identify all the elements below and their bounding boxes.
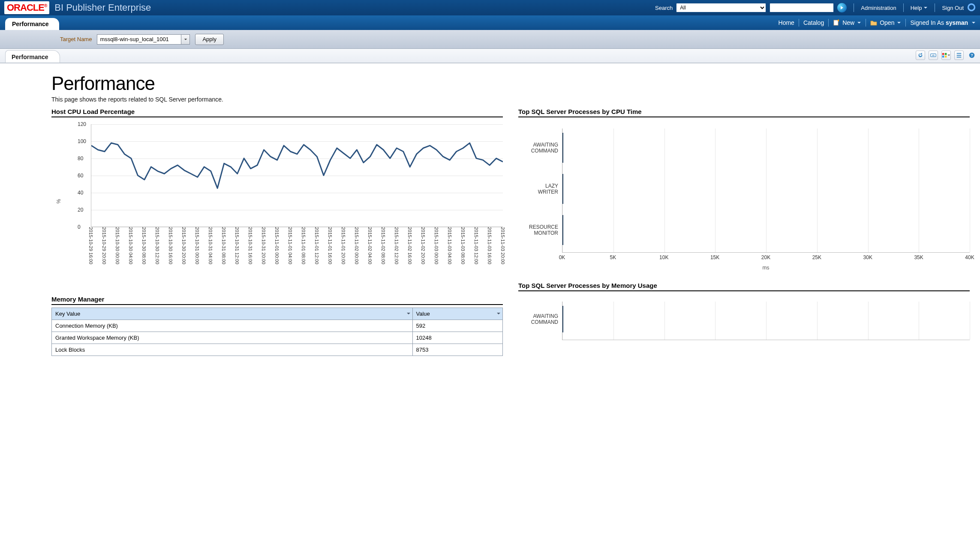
open-menu[interactable]: Open <box>870 19 901 26</box>
right-column: Top SQL Server Processes by CPU Time AWA… <box>518 105 970 356</box>
search-go-button[interactable] <box>837 3 847 12</box>
topmem-bar-chart: AWAITINGCOMMAND <box>518 302 970 340</box>
catalog-link[interactable]: Catalog <box>803 19 824 26</box>
topmem-title: Top SQL Server Processes by Memory Usage <box>518 282 970 291</box>
table-row: Connection Memory (KB)592 <box>52 320 503 332</box>
sort-icon <box>496 311 501 316</box>
target-name-input[interactable] <box>97 35 181 44</box>
apply-button[interactable]: Apply <box>195 34 224 45</box>
list-icon <box>956 52 962 58</box>
table-row: Granted Workspace Memory (KB)10248 <box>52 332 503 344</box>
sign-out-link[interactable]: Sign Out <box>942 5 964 11</box>
cpu-chart-title: Host CPU Load Percentage <box>51 108 503 117</box>
cpu-chart-ylabel: % <box>56 199 62 203</box>
target-name-select[interactable] <box>97 34 190 45</box>
report-tabs: Performance ab ? <box>0 49 980 63</box>
app-title: BI Publisher Enterprise <box>54 2 151 13</box>
parameter-bar: Target Name Apply <box>0 30 980 49</box>
administration-link[interactable]: Administration <box>861 5 896 11</box>
table-row: Lock Blocks8753 <box>52 344 503 356</box>
memory-manager-table: Key Value Value Connection Memory (KB)59… <box>51 308 503 356</box>
view-options-button[interactable] <box>941 51 951 60</box>
help-menu[interactable]: Help <box>911 5 928 11</box>
report-body: Performance This page shows the reports … <box>0 63 980 373</box>
search-scope-select[interactable]: All <box>676 3 766 12</box>
svg-rect-3 <box>942 53 944 55</box>
tab-performance-report[interactable]: Performance <box>5 50 60 63</box>
actions-button[interactable] <box>954 51 964 60</box>
power-icon <box>967 3 976 13</box>
topcpu-xlabel: ms <box>562 265 970 271</box>
mm-col-key[interactable]: Key Value <box>52 308 413 320</box>
svg-rect-5 <box>942 56 944 58</box>
refresh-icon <box>917 52 923 58</box>
svg-rect-4 <box>945 53 947 55</box>
search-label: Search <box>655 5 673 11</box>
topcpu-bar-chart: AWAITINGCOMMANDLAZYWRITERRESOURCEMONITOR… <box>518 129 970 271</box>
tab-performance[interactable]: Performance <box>5 18 59 30</box>
grid-icon <box>942 52 947 58</box>
page-subtitle: This page shows the reports related to S… <box>51 96 970 103</box>
new-icon <box>833 19 840 26</box>
left-column: Host CPU Load Percentage % 0204060801001… <box>51 105 503 356</box>
svg-text:ab: ab <box>932 54 935 57</box>
svg-text:?: ? <box>971 53 973 57</box>
target-name-label: Target Name <box>60 36 92 42</box>
topcpu-title: Top SQL Server Processes by CPU Time <box>518 108 970 117</box>
chevron-down-icon <box>923 6 928 10</box>
app-nav: Performance Home Catalog New Open Signed… <box>0 15 980 30</box>
svg-rect-6 <box>945 56 947 58</box>
new-menu[interactable]: New <box>833 19 861 26</box>
home-link[interactable]: Home <box>779 19 794 26</box>
cpu-line-chart: % 020406080100120 2015-10-29 16:002015-1… <box>76 124 503 278</box>
parameter-button[interactable]: ab <box>929 51 938 60</box>
help-icon: ? <box>969 52 975 58</box>
folder-open-icon <box>870 19 877 26</box>
oracle-logo: ORACLE® <box>4 1 49 14</box>
global-header: ORACLE® BI Publisher Enterprise Search A… <box>0 0 980 15</box>
help-button[interactable]: ? <box>967 51 977 60</box>
chevron-down-icon <box>857 21 861 25</box>
chevron-down-icon <box>971 21 976 25</box>
signed-in-as[interactable]: Signed In As sysman <box>910 19 976 26</box>
target-name-dropdown-toggle[interactable] <box>181 35 189 44</box>
chevron-down-icon <box>897 21 901 25</box>
report-toolbar: ab ? <box>916 51 977 60</box>
chevron-down-icon <box>184 38 187 41</box>
mem-manager-title: Memory Manager <box>51 296 503 305</box>
svg-rect-0 <box>834 20 838 25</box>
chevron-down-icon <box>947 54 950 57</box>
search-input[interactable] <box>770 3 834 12</box>
sort-icon <box>406 311 411 316</box>
mm-col-value[interactable]: Value <box>412 308 502 320</box>
label-icon: ab <box>930 52 936 58</box>
page-title: Performance <box>51 73 970 94</box>
refresh-button[interactable] <box>916 51 925 60</box>
